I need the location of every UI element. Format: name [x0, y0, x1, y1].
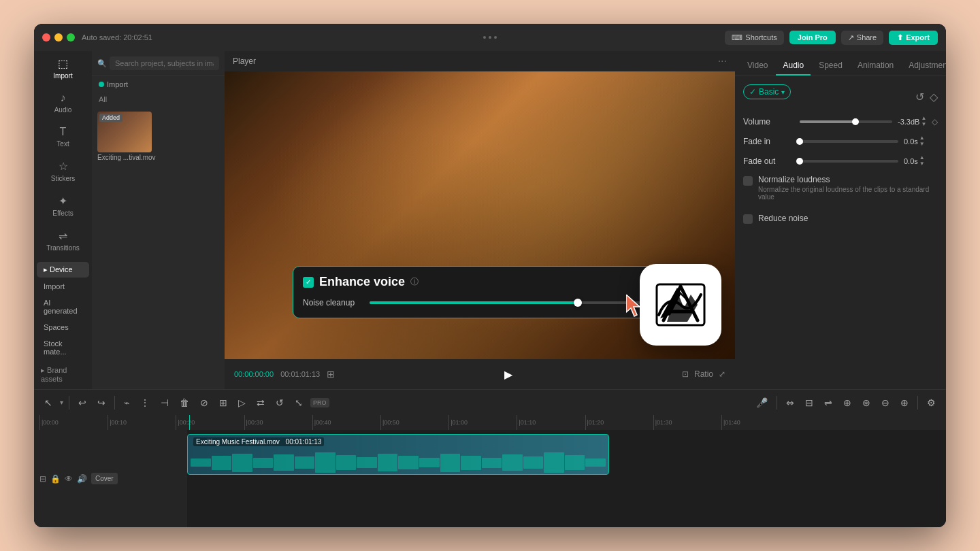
- sidebar-sub-import[interactable]: Import: [37, 279, 89, 294]
- right-tabs: Video Audio Speed Animation Adjustment: [735, 51, 946, 76]
- play-button[interactable]: ▶: [499, 365, 518, 384]
- audio-track-icon[interactable]: 🔊: [77, 474, 87, 484]
- basic-badge[interactable]: ✓ Basic ▾: [743, 84, 791, 99]
- fade-out-stepper[interactable]: ▲ ▼: [919, 155, 925, 167]
- link-button[interactable]: ⇔: [783, 395, 798, 411]
- maximize-button[interactable]: [67, 33, 75, 41]
- split-h-button[interactable]: ⊣: [157, 395, 172, 411]
- main-layout: ⬚ Import ♪ Audio T Text ☆ Stickers ✦ E: [34, 51, 946, 389]
- resize-button[interactable]: ⤡: [291, 395, 306, 411]
- undo-button[interactable]: ↩: [75, 395, 90, 411]
- export-button[interactable]: ⬆ Export: [889, 31, 938, 45]
- upload-icon: ⬆: [897, 33, 903, 42]
- fade-in-thumb[interactable]: [796, 138, 803, 145]
- settings-button[interactable]: ⚙: [924, 395, 939, 411]
- reset-button[interactable]: ↺: [915, 90, 924, 103]
- fade-in-slider[interactable]: [800, 140, 898, 143]
- tab-speed[interactable]: Speed: [812, 56, 849, 76]
- cover-label[interactable]: Cover: [91, 473, 118, 484]
- rotate-button[interactable]: ↺: [272, 395, 287, 411]
- volume-thumb[interactable]: [852, 118, 859, 125]
- volume-stepper[interactable]: ▲ ▼: [921, 116, 926, 127]
- fade-out-slider[interactable]: [800, 160, 898, 163]
- tick-140: |01:40: [721, 415, 789, 430]
- reduce-noise-label: Reduce noise: [758, 214, 808, 223]
- minus-button[interactable]: ⊖: [878, 395, 893, 411]
- pro-button[interactable]: PRO: [310, 398, 329, 407]
- ratio-label[interactable]: Ratio: [694, 369, 713, 379]
- tab-animation[interactable]: Animation: [851, 56, 900, 76]
- tab-audio[interactable]: Audio: [776, 56, 811, 76]
- sidebar-sub-ai[interactable]: AI generated: [37, 295, 89, 318]
- noise-cleanup-slider[interactable]: [370, 301, 647, 304]
- sidebar-item-text[interactable]: T Text: [37, 120, 89, 153]
- crop-icon[interactable]: ⊡: [682, 369, 689, 379]
- fade-out-up[interactable]: ▲: [919, 155, 925, 161]
- fade-out-thumb[interactable]: [796, 158, 803, 165]
- transitions-icon: ⇌: [59, 229, 67, 242]
- stickers-icon: ☆: [59, 160, 68, 173]
- sidebar-item-effects[interactable]: ✦ Effects: [37, 189, 89, 222]
- sidebar-nav: ⬚ Import ♪ Audio T Text ☆ Stickers ✦ E: [34, 51, 92, 258]
- sidebar-item-transitions[interactable]: ⇌ Transitions: [37, 224, 89, 257]
- shortcuts-button[interactable]: ⌨ Shortcuts: [725, 31, 783, 45]
- split-button[interactable]: ⌁: [120, 395, 133, 411]
- info-icon[interactable]: ⓘ: [410, 276, 419, 288]
- sidebar-item-stickers[interactable]: ☆ Stickers: [37, 154, 89, 188]
- player-more-icon[interactable]: ···: [718, 55, 727, 67]
- select-dropdown[interactable]: ▾: [60, 399, 63, 406]
- fade-in-down[interactable]: ▼: [919, 141, 925, 147]
- search-input[interactable]: [110, 56, 219, 70]
- video-track: Exciting Music Festival.mov 00:01:01:13: [187, 434, 946, 475]
- fade-in-stepper[interactable]: ▲ ▼: [919, 135, 925, 147]
- fade-in-up[interactable]: ▲: [919, 135, 925, 141]
- volume-slider[interactable]: [800, 120, 892, 123]
- share-button[interactable]: ↗ Share: [841, 31, 883, 45]
- sidebar-item-import[interactable]: ⬚ Import: [37, 52, 89, 85]
- import-btn[interactable]: Import: [92, 76, 225, 93]
- fade-in-label: Fade in: [743, 137, 794, 146]
- tab-video[interactable]: Video: [740, 56, 774, 76]
- toolbar-divider-2: [114, 396, 115, 410]
- split2-button[interactable]: ⊟: [802, 395, 817, 411]
- sidebar-item-audio[interactable]: ♪ Audio: [37, 86, 89, 119]
- reduce-noise-checkbox[interactable]: [743, 214, 753, 224]
- guard-button[interactable]: ⊘: [197, 395, 212, 411]
- fade-out-down[interactable]: ▼: [919, 161, 925, 167]
- play-range-button[interactable]: ▷: [235, 395, 249, 411]
- eye-icon[interactable]: 👁: [65, 474, 73, 484]
- plus-button[interactable]: ⊕: [897, 395, 912, 411]
- redo-button[interactable]: ↪: [94, 395, 109, 411]
- select-tool[interactable]: ↖: [41, 395, 56, 411]
- player-video: ✓ Enhance voice ⓘ ↺ Noise cleanup: [225, 71, 735, 359]
- flip-button[interactable]: ⇄: [253, 395, 268, 411]
- video-clip[interactable]: Exciting Music Festival.mov 00:01:01:13: [187, 434, 609, 475]
- volume-diamond[interactable]: ◇: [932, 117, 938, 127]
- merge-button[interactable]: ⊕: [840, 395, 855, 411]
- volume-down[interactable]: ▼: [921, 122, 926, 127]
- media-item[interactable]: Added Exciting ...tival.mov: [97, 112, 156, 161]
- join-pro-button[interactable]: Join Pro: [789, 31, 836, 44]
- chain-button[interactable]: ⇌: [821, 395, 836, 411]
- mask-button[interactable]: ⊞: [216, 395, 231, 411]
- enhance-voice-checkbox[interactable]: ✓: [303, 277, 314, 288]
- sidebar-sub-stock[interactable]: Stock mate...: [37, 336, 89, 359]
- lock-icon[interactable]: 🔒: [50, 474, 61, 484]
- split-v-button[interactable]: ⋮: [137, 395, 153, 411]
- close-button[interactable]: [42, 33, 50, 41]
- normalize-checkbox[interactable]: [743, 176, 753, 186]
- sidebar-sub-device[interactable]: ▸ Device: [37, 262, 89, 278]
- diamond-button[interactable]: ◇: [930, 90, 938, 103]
- layer-button[interactable]: ⊛: [859, 395, 874, 411]
- fullscreen-icon[interactable]: ⤢: [719, 369, 725, 379]
- sidebar-sub-spaces[interactable]: Spaces: [37, 320, 89, 335]
- minimize-button[interactable]: [54, 33, 63, 41]
- grid-icon[interactable]: ⊞: [327, 369, 335, 380]
- mic-button[interactable]: 🎤: [753, 395, 771, 411]
- tab-adjustment[interactable]: Adjustment: [902, 56, 946, 76]
- media-thumb[interactable]: Added: [97, 112, 152, 152]
- volume-up[interactable]: ▲: [921, 116, 926, 121]
- slider-thumb[interactable]: [574, 299, 582, 307]
- timeline-ruler: |00:00 |00:10 |00:20 |00:30 |00:40 |00:5…: [34, 415, 946, 430]
- delete-button[interactable]: 🗑: [176, 395, 193, 411]
